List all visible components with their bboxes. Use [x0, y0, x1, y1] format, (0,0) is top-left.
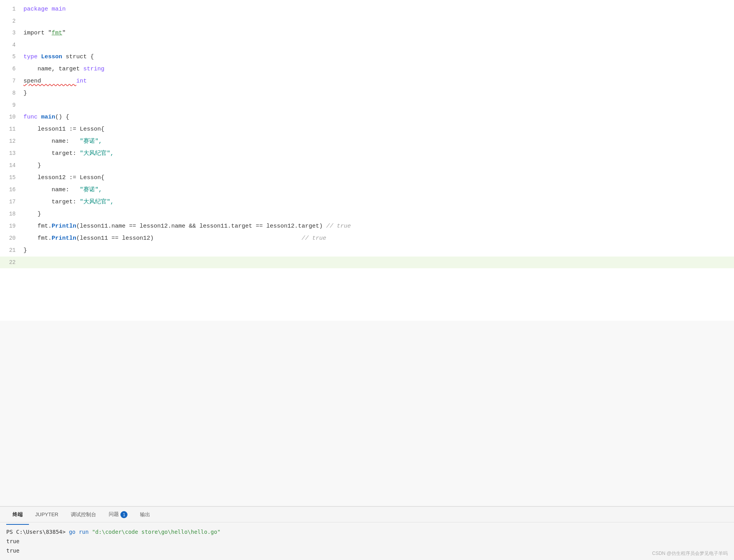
line-content-13: target: "大风纪官",: [23, 148, 734, 160]
line-number-21: 21: [0, 244, 23, 256]
code-line-17: 17 target: "大风纪官",: [0, 196, 734, 208]
code-line-20: 20 fmt.Println(lesson11 == lesson12) // …: [0, 232, 734, 244]
token: }: [23, 162, 41, 169]
panel-tab-终端[interactable]: 终端: [6, 508, 29, 521]
line-number-11: 11: [0, 123, 23, 135]
panel-tab-输出[interactable]: 输出: [134, 508, 156, 521]
line-content-7: spend int: [23, 75, 734, 87]
token: target:: [23, 199, 80, 205]
code-line-16: 16 name: "赛诺",: [0, 184, 734, 196]
token: () {: [55, 114, 69, 120]
line-content-12: name: "赛诺",: [23, 136, 734, 147]
code-line-9: 9: [0, 99, 734, 111]
panel-tab-问题[interactable]: 问题1: [102, 508, 134, 521]
terminal-output-2: true: [6, 546, 728, 555]
code-line-22: 22: [0, 257, 734, 268]
line-content-19: fmt.Println(lesson11.name == lesson12.na…: [23, 221, 734, 232]
line-number-1: 1: [0, 3, 23, 15]
line-number-18: 18: [0, 208, 23, 220]
token: name:: [23, 138, 80, 145]
token: "赛诺",: [80, 187, 102, 193]
line-number-8: 8: [0, 87, 23, 99]
line-content-8: }: [23, 88, 734, 99]
token: Lesson: [41, 54, 62, 60]
line-number-12: 12: [0, 135, 23, 147]
code-line-4: 4: [0, 39, 734, 51]
line-number-5: 5: [0, 51, 23, 63]
line-number-9: 9: [0, 99, 23, 111]
token: import: [23, 30, 48, 36]
line-number-2: 2: [0, 15, 23, 27]
token: main: [41, 114, 55, 120]
line-content-10: func main() {: [23, 111, 734, 123]
token: }: [23, 211, 41, 217]
line-content-5: type Lesson struct {: [23, 51, 734, 63]
token: Println: [52, 223, 76, 230]
token: fmt: [52, 30, 62, 36]
token: fmt.: [23, 223, 52, 230]
line-number-4: 4: [0, 39, 23, 51]
token: target:: [23, 150, 80, 157]
code-line-13: 13 target: "大风纪官",: [0, 147, 734, 160]
token: name:: [23, 187, 80, 193]
token: lesson11 := Lesson{: [23, 126, 104, 133]
line-number-15: 15: [0, 172, 23, 183]
token: spend: [23, 78, 76, 84]
go-command: go run: [69, 529, 92, 535]
token: int: [76, 78, 87, 84]
code-container: 1package main23import "fmt"45type Lesson…: [0, 0, 734, 271]
code-line-1: 1package main: [0, 3, 734, 15]
token: fmt.: [23, 235, 52, 242]
line-number-3: 3: [0, 27, 23, 39]
token: }: [23, 90, 27, 97]
line-content-11: lesson11 := Lesson{: [23, 124, 734, 135]
code-line-7: 7spend int: [0, 75, 734, 87]
token: ": [62, 30, 66, 36]
panel-tabs: 终端JUPYTER调试控制台问题1输出: [0, 507, 734, 522]
token: package main: [23, 6, 66, 13]
line-content-17: target: "大风纪官",: [23, 196, 734, 208]
panel-tab-调试控制台[interactable]: 调试控制台: [65, 508, 102, 521]
code-line-19: 19 fmt.Println(lesson11.name == lesson12…: [0, 220, 734, 232]
watermark: CSDN @仿生程序员会梦见电子羊吗: [652, 550, 728, 557]
code-line-12: 12 name: "赛诺",: [0, 135, 734, 147]
token: ": [48, 30, 52, 36]
line-content-3: import "fmt": [23, 27, 734, 39]
line-content-14: }: [23, 160, 734, 172]
line-number-17: 17: [0, 196, 23, 208]
code-line-14: 14 }: [0, 160, 734, 172]
terminal-prompt-line: PS C:\Users\83854> go run "d:\coder\code…: [6, 527, 728, 537]
badge-问题: 1: [120, 511, 127, 518]
go-arg: "d:\coder\code store\go\hello\hello.go": [92, 529, 221, 535]
token: "大风纪官",: [80, 199, 114, 205]
token: func: [23, 114, 41, 120]
code-line-15: 15 lesson12 := Lesson{: [0, 172, 734, 184]
token: Println: [52, 235, 76, 242]
panel-tab-JUPYTER[interactable]: JUPYTER: [29, 508, 65, 521]
token: // true: [154, 235, 326, 242]
code-line-6: 6 name, target string: [0, 63, 734, 75]
terminal-content: PS C:\Users\83854> go run "d:\coder\code…: [0, 522, 734, 560]
token: "赛诺",: [80, 138, 102, 145]
line-number-6: 6: [0, 63, 23, 75]
line-content-15: lesson12 := Lesson{: [23, 172, 734, 184]
token: (lesson11 == lesson12): [76, 235, 154, 242]
line-number-13: 13: [0, 147, 23, 159]
code-line-8: 8}: [0, 87, 734, 99]
line-number-22: 22: [0, 257, 23, 268]
line-number-7: 7: [0, 75, 23, 87]
token: lesson12 := Lesson{: [23, 174, 104, 181]
bottom-panel: 终端JUPYTER调试控制台问题1输出 PS C:\Users\83854> g…: [0, 506, 734, 560]
token: (lesson11.name == lesson12.name && lesso…: [76, 223, 326, 230]
line-content-16: name: "赛诺",: [23, 184, 734, 196]
code-line-18: 18 }: [0, 208, 734, 220]
line-number-19: 19: [0, 220, 23, 232]
line-number-20: 20: [0, 232, 23, 244]
token: // true: [326, 223, 351, 230]
token: "大风纪官",: [80, 150, 114, 157]
token: name, target: [23, 66, 83, 72]
token: struct {: [62, 54, 94, 60]
line-content-1: package main: [23, 4, 734, 15]
line-content-6: name, target string: [23, 63, 734, 75]
token: type: [23, 54, 41, 60]
